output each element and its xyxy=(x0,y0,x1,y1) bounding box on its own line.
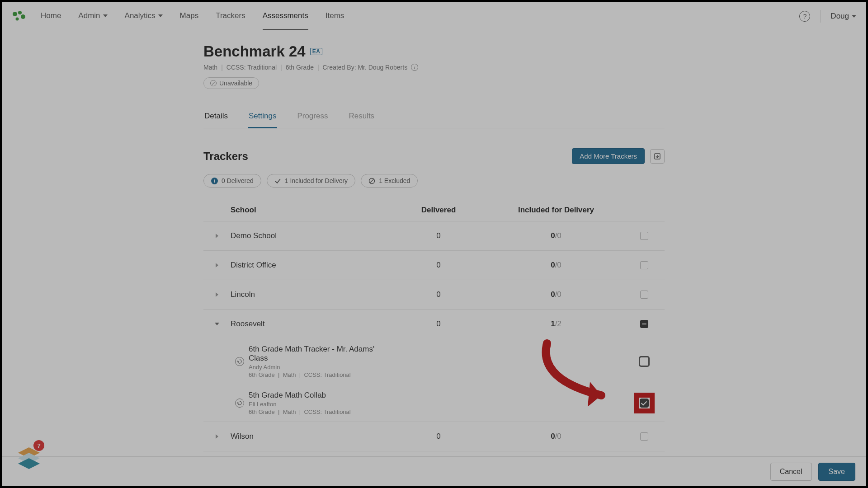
tracker-meta: 6th Grade | Math | CCSS: Traditional xyxy=(249,408,389,415)
svg-point-2 xyxy=(21,14,25,19)
check-icon xyxy=(274,178,281,184)
filter-chips: 0 Delivered 1 Included for Delivery 1 Ex… xyxy=(203,174,665,188)
table-row: Lincoln 0 0/0 xyxy=(203,280,665,310)
tracker-title[interactable]: 5th Grade Math Collab xyxy=(249,391,389,400)
row-checkbox[interactable] xyxy=(640,432,648,441)
row-checkbox[interactable] xyxy=(640,232,648,240)
nav-trackers[interactable]: Trackers xyxy=(216,2,245,30)
tab-progress[interactable]: Progress xyxy=(296,112,329,128)
import-icon-button[interactable] xyxy=(650,149,665,164)
tracker-icon xyxy=(235,357,244,366)
tracker-title[interactable]: 6th Grade Math Tracker - Mr. Adams' Clas… xyxy=(249,345,389,363)
tracker-checkbox[interactable] xyxy=(639,356,650,367)
divider xyxy=(820,10,821,23)
tracker-checkbox-checked[interactable] xyxy=(640,399,649,408)
svg-line-6 xyxy=(370,179,374,183)
row-checkbox[interactable] xyxy=(640,291,648,299)
page-title: Benchmark 24 EA xyxy=(203,43,665,60)
nav-assessments[interactable]: Assessments xyxy=(263,2,308,30)
chevron-down-icon xyxy=(852,15,856,18)
svg-point-0 xyxy=(13,12,17,16)
tracker-icon xyxy=(235,399,244,408)
annotation-highlight xyxy=(634,393,655,413)
dock-widget[interactable]: 7 xyxy=(15,444,42,471)
school-name: Lincoln xyxy=(231,290,389,299)
tracker-owner: Andy Admin xyxy=(249,364,389,371)
assessment-tabs: Details Settings Progress Results xyxy=(203,112,665,128)
nav-analytics[interactable]: Analytics xyxy=(125,2,163,30)
table-row: Demo School 0 0/0 xyxy=(203,221,665,251)
user-menu[interactable]: Doug xyxy=(830,12,856,21)
tab-results[interactable]: Results xyxy=(348,112,375,128)
cancel-button[interactable]: Cancel xyxy=(770,463,812,481)
col-included: Included for Delivery xyxy=(488,206,624,215)
chevron-down-icon xyxy=(103,14,108,17)
school-name: Demo School xyxy=(231,231,389,240)
unavailable-icon xyxy=(210,80,217,86)
nav-home[interactable]: Home xyxy=(41,2,61,30)
page-meta: Math| CCSS: Traditional| 6th Grade| Crea… xyxy=(203,64,665,71)
top-navbar: Home Admin Analytics Maps Trackers Asses… xyxy=(2,2,866,31)
svg-point-3 xyxy=(16,18,19,21)
save-button[interactable]: Save xyxy=(818,463,855,481)
dock-badge: 7 xyxy=(33,440,44,451)
info-dot-icon xyxy=(211,178,218,184)
col-delivered: Delivered xyxy=(389,206,488,215)
ea-badge: EA xyxy=(310,48,323,55)
info-icon[interactable]: i xyxy=(411,64,418,71)
app-logo[interactable] xyxy=(12,10,28,22)
row-checkbox[interactable] xyxy=(640,261,648,269)
tracker-meta: 6th Grade | Math | CCSS: Traditional xyxy=(249,371,389,378)
nav-maps[interactable]: Maps xyxy=(180,2,199,30)
school-name: Roosevelt xyxy=(231,319,389,328)
row-checkbox-indeterminate[interactable] xyxy=(640,320,648,328)
col-school: School xyxy=(231,206,389,215)
status-pill: Unavailable xyxy=(203,77,259,89)
nav-admin[interactable]: Admin xyxy=(78,2,107,30)
chip-excluded[interactable]: 1 Excluded xyxy=(361,174,418,188)
ban-icon xyxy=(368,178,375,184)
add-more-trackers-button[interactable]: Add More Trackers xyxy=(572,148,645,164)
section-title: Trackers xyxy=(203,150,248,163)
expand-icon[interactable] xyxy=(216,234,218,238)
svg-point-1 xyxy=(18,11,22,14)
expand-icon[interactable] xyxy=(216,434,218,439)
tracker-owner: Eli Leafton xyxy=(249,401,389,408)
nav-items[interactable]: Items xyxy=(326,2,344,30)
expand-icon[interactable] xyxy=(216,263,218,267)
trackers-table: School Delivered Included for Delivery D… xyxy=(203,199,665,451)
nav-links: Home Admin Analytics Maps Trackers Asses… xyxy=(41,2,344,30)
table-row: Roosevelt 0 1/2 xyxy=(203,310,665,338)
help-icon[interactable]: ? xyxy=(799,11,810,22)
expand-icon[interactable] xyxy=(216,292,218,297)
school-name: District Office xyxy=(231,261,389,270)
chevron-down-icon xyxy=(158,14,163,17)
tracker-sub-row: 5th Grade Math Collab Eli Leafton 6th Gr… xyxy=(203,385,665,422)
chip-delivered[interactable]: 0 Delivered xyxy=(203,174,261,188)
table-row: Wilson 0 0/0 xyxy=(203,422,665,451)
footer-bar: Cancel Save xyxy=(2,456,866,486)
tracker-sub-row: 6th Grade Math Tracker - Mr. Adams' Clas… xyxy=(203,338,665,385)
tab-settings[interactable]: Settings xyxy=(248,112,277,128)
tab-details[interactable]: Details xyxy=(203,112,229,128)
table-row: District Office 0 0/0 xyxy=(203,251,665,280)
chip-included[interactable]: 1 Included for Delivery xyxy=(267,174,355,188)
school-name: Wilson xyxy=(231,432,389,441)
collapse-icon[interactable] xyxy=(215,323,219,325)
